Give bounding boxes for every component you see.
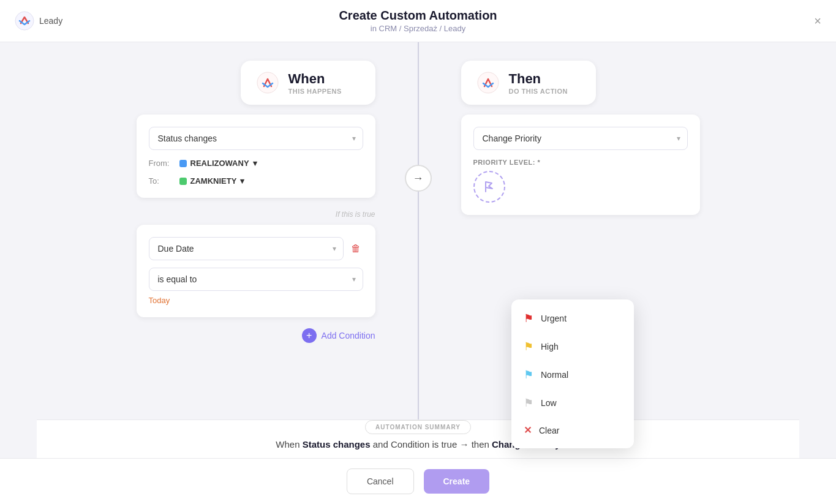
summary-pill-label: AUTOMATION SUMMARY [365, 420, 471, 434]
then-panel: Then DO THIS ACTION Change Priority Chan… [437, 61, 755, 222]
condition-operator-select[interactable]: is equal to is not equal to is before is… [149, 268, 363, 291]
when-panel: When THIS HAPPENS Status changes Field c… [81, 61, 400, 343]
from-label: From: [149, 159, 173, 168]
brand-logo-icon [15, 11, 34, 31]
add-condition-button[interactable]: + Add Condition [302, 328, 375, 343]
priority-option-high[interactable]: ⚑ High [511, 333, 634, 361]
modal-footer: Cancel Create [0, 458, 836, 504]
when-logo-icon [255, 70, 280, 95]
low-label: Low [541, 398, 557, 408]
center-divider [418, 42, 419, 419]
when-title: When [288, 71, 342, 87]
from-status-dot [179, 160, 187, 167]
condition-card: Due Date Priority Status ▾ 🗑 is equal to [137, 225, 375, 317]
modal-body: When THIS HAPPENS Status changes Field c… [0, 42, 836, 458]
summary-then: then [472, 439, 489, 449]
to-row: To: ZAMKNIETY ▾ [149, 176, 363, 186]
low-flag-icon: ⚑ [524, 396, 533, 410]
then-title-block: Then DO THIS ACTION [509, 71, 568, 95]
high-flag-icon: ⚑ [524, 340, 533, 353]
when-title-block: When THIS HAPPENS [288, 71, 342, 95]
to-status-badge[interactable]: ZAMKNIETY ▾ [179, 176, 245, 186]
modal-header: Leady Create Custom Automation in CRM / … [0, 0, 836, 42]
urgent-label: Urgent [541, 314, 567, 323]
when-subtitle: THIS HAPPENS [288, 88, 342, 95]
to-label: To: [149, 176, 173, 186]
brand-logo: Leady [15, 11, 62, 31]
close-button[interactable]: × [814, 15, 821, 27]
from-chevron: ▾ [253, 159, 257, 168]
action-select[interactable]: Change Priority Change Status Assign To … [473, 127, 688, 150]
then-subtitle: DO THIS ACTION [509, 88, 568, 95]
svg-point-0 [15, 12, 34, 30]
to-status-value: ZAMKNIETY [190, 176, 237, 186]
condition-field-row: Due Date Priority Status ▾ 🗑 [149, 237, 363, 260]
action-card: Change Priority Change Status Assign To … [461, 115, 700, 215]
arrow-icon: → [405, 165, 432, 192]
modal-subtitle: in CRM / Sprzedaż / Leady [339, 24, 497, 33]
from-status-badge[interactable]: REALIZOWANY ▾ [179, 159, 257, 168]
urgent-flag-icon: ⚑ [524, 312, 533, 325]
condition-operator-row: is equal to is not equal to is before is… [149, 268, 363, 291]
priority-dropdown: ⚑ Urgent ⚑ High ⚑ Normal ⚑ Low ✕ Clear [511, 299, 634, 448]
cancel-button[interactable]: Cancel [347, 468, 414, 494]
trigger-select[interactable]: Status changes Field changes Record crea… [149, 127, 363, 150]
arrow-connector: → [400, 165, 437, 192]
high-label: High [541, 342, 559, 352]
summary-prefix: When [276, 439, 299, 449]
from-status-value: REALIZOWANY [190, 159, 249, 168]
summary-text: When Status changes and Condition is tru… [37, 433, 799, 458]
priority-option-normal[interactable]: ⚑ Normal [511, 361, 634, 389]
condition-field-wrapper[interactable]: Due Date Priority Status ▾ [149, 237, 344, 260]
trigger-select-row: Status changes Field changes Record crea… [149, 127, 363, 150]
from-row: From: REALIZOWANY ▾ [149, 159, 363, 168]
normal-flag-icon: ⚑ [524, 368, 533, 382]
normal-label: Normal [541, 370, 568, 380]
summary-bar: AUTOMATION SUMMARY When Status changes a… [37, 419, 799, 458]
flow-area: When THIS HAPPENS Status changes Field c… [37, 42, 799, 419]
clear-icon: ✕ [524, 424, 532, 436]
priority-level-label: PRIORITY LEVEL: * [473, 159, 688, 166]
summary-pill-wrapper: AUTOMATION SUMMARY [37, 420, 799, 434]
trigger-select-wrapper[interactable]: Status changes Field changes Record crea… [149, 127, 363, 150]
header-title-block: Create Custom Automation in CRM / Sprzed… [339, 9, 497, 33]
summary-trigger: Status changes [303, 439, 371, 449]
modal-title: Create Custom Automation [339, 9, 497, 23]
then-title: Then [509, 71, 568, 87]
priority-option-low[interactable]: ⚑ Low [511, 389, 634, 417]
action-select-wrapper[interactable]: Change Priority Change Status Assign To … [473, 127, 688, 150]
summary-arrow: → [459, 439, 469, 449]
delete-condition-button[interactable]: 🗑 [348, 241, 363, 257]
add-condition-icon: + [302, 328, 317, 343]
clear-label: Clear [539, 426, 559, 435]
then-header-card: Then DO THIS ACTION [461, 61, 596, 105]
add-condition-label: Add Condition [322, 331, 375, 340]
condition-field-select[interactable]: Due Date Priority Status [149, 237, 344, 260]
today-value: Today [149, 296, 363, 305]
to-status-dot [179, 178, 187, 185]
modal-container: Leady Create Custom Automation in CRM / … [0, 0, 836, 504]
when-header-card: When THIS HAPPENS [241, 61, 375, 105]
priority-flag-placeholder[interactable] [473, 171, 505, 203]
svg-point-1 [257, 72, 278, 93]
priority-option-urgent[interactable]: ⚑ Urgent [511, 304, 634, 333]
priority-option-clear[interactable]: ✕ Clear [511, 417, 634, 443]
condition-operator-wrapper[interactable]: is equal to is not equal to is before is… [149, 268, 363, 291]
to-chevron: ▾ [240, 176, 244, 186]
summary-mid: and Condition is true [373, 439, 458, 449]
then-logo-icon [476, 70, 500, 95]
trigger-card: Status changes Field changes Record crea… [137, 115, 375, 198]
svg-point-2 [478, 72, 499, 93]
if-true-label: If this is true [336, 210, 375, 219]
create-button[interactable]: Create [424, 469, 490, 494]
brand-name: Leady [39, 16, 62, 26]
action-select-row: Change Priority Change Status Assign To … [473, 127, 688, 150]
